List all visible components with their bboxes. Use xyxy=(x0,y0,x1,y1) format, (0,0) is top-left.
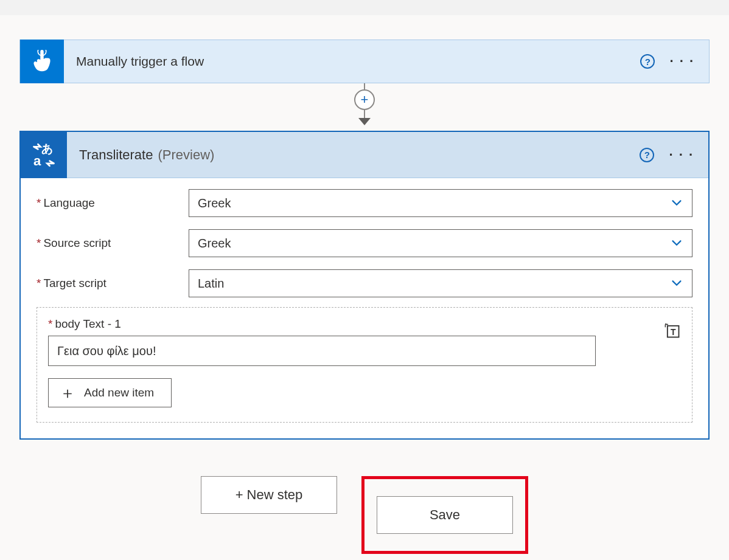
action-title: Transliterate xyxy=(67,147,153,163)
connector: + xyxy=(19,83,710,131)
arrow-down-icon xyxy=(358,118,371,125)
svg-text:a: a xyxy=(33,153,41,168)
target-script-value: Latin xyxy=(198,277,224,291)
add-new-item-button[interactable]: ＋ Add new item xyxy=(48,378,172,407)
field-label-language: *Language xyxy=(37,196,189,210)
svg-text:あ: あ xyxy=(41,142,53,154)
body-text-label: *body Text - 1 xyxy=(48,317,681,331)
field-label-source-script: *Source script xyxy=(37,237,189,250)
help-icon[interactable]: ? xyxy=(640,54,655,69)
manual-trigger-icon xyxy=(20,40,64,83)
field-label-target-script: *Target script xyxy=(37,277,189,290)
svg-text:T: T xyxy=(671,327,676,337)
language-value: Greek xyxy=(198,196,231,210)
add-step-circle[interactable]: + xyxy=(354,89,375,110)
source-script-value: Greek xyxy=(198,237,231,251)
new-step-button[interactable]: + New step xyxy=(201,476,337,514)
body-text-input[interactable] xyxy=(48,336,596,366)
chevron-down-icon xyxy=(670,237,683,250)
help-icon[interactable]: ? xyxy=(640,148,654,162)
chevron-down-icon xyxy=(670,277,683,290)
more-icon[interactable]: · · · xyxy=(669,152,708,158)
field-row-source-script: *Source script Greek xyxy=(37,229,692,257)
bottom-bar: + New step Save xyxy=(19,476,710,554)
save-button[interactable]: Save xyxy=(377,496,513,534)
source-script-dropdown[interactable]: Greek xyxy=(189,229,692,257)
field-row-target-script: *Target script Latin xyxy=(37,269,692,297)
transliterate-icon: あ a xyxy=(21,132,67,178)
field-row-language: *Language Greek xyxy=(37,189,692,217)
body-text-section: *body Text - 1 T ＋ Add new item xyxy=(37,307,692,423)
chevron-down-icon xyxy=(670,196,683,210)
target-script-dropdown[interactable]: Latin xyxy=(189,269,692,297)
switch-to-text-mode-icon[interactable]: T xyxy=(664,322,681,339)
language-dropdown[interactable]: Greek xyxy=(189,189,692,217)
trigger-title: Manually trigger a flow xyxy=(64,54,640,69)
trigger-card[interactable]: Manually trigger a flow ? · · · xyxy=(19,40,710,83)
plus-icon: ＋ xyxy=(60,385,75,401)
action-card: あ a Transliterate (Preview) ? · · · *Lan… xyxy=(19,131,710,440)
action-subtitle: (Preview) xyxy=(153,147,640,163)
action-header[interactable]: あ a Transliterate (Preview) ? · · · xyxy=(21,132,708,178)
save-annotation-box: Save xyxy=(361,476,528,554)
more-icon[interactable]: · · · xyxy=(669,58,709,64)
